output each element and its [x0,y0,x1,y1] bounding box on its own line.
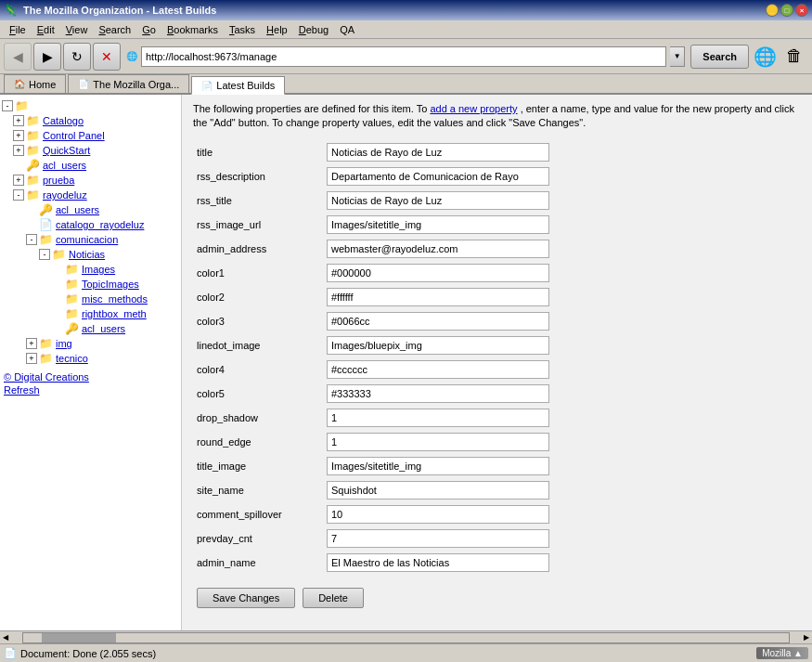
prop-name-comment_spillover: comment_spillover [193,502,323,526]
qs-label[interactable]: QuickStart [43,145,90,156]
tree-catalogo-ray[interactable]: 📄 catalogo_rayodeluz [0,217,181,232]
tec-label[interactable]: tecnico [56,353,88,364]
tree-toggle-cp[interactable]: + [13,130,24,141]
tree-rightbox[interactable]: 📁 rightbox_meth [0,306,181,321]
tree-toggle-img[interactable]: + [26,338,37,349]
tree-acl-ray[interactable]: 🔑 acl_users [0,202,181,217]
tree-images[interactable]: 📁 Images [0,262,181,277]
save-changes-button[interactable]: Save Changes [197,588,295,608]
prop-input-color2[interactable] [327,288,549,306]
minimize-button[interactable]: _ [766,4,779,17]
acl-not-label[interactable]: acl_users [82,323,125,334]
hscroll-track[interactable] [22,632,790,643]
bottom-scrollbar[interactable]: ◀ ▶ [0,630,812,643]
forward-button[interactable]: ▶ [33,43,61,71]
prueba-label[interactable]: prueba [43,175,74,186]
rightbox-label[interactable]: rightbox_meth [82,308,147,319]
tree-img[interactable]: + 📁 img [0,336,181,351]
menu-search[interactable]: Search [93,22,136,37]
scroll-left[interactable]: ◀ [0,632,11,643]
menu-help[interactable]: Help [261,22,293,37]
prop-input-prevday_cnt[interactable] [327,529,549,548]
hscroll-thumb[interactable] [42,633,116,643]
digital-creations-link[interactable]: © Digital Creations [4,371,177,383]
address-input[interactable] [141,46,666,67]
cat-ray-label[interactable]: catalogo_rayodeluz [56,219,144,230]
misc-label[interactable]: misc_methods [82,293,148,305]
prop-input-rss_image_url[interactable] [327,215,549,234]
catalogo-label[interactable]: Catalogo [43,115,84,126]
menu-file[interactable]: File [4,22,32,37]
not-label[interactable]: Noticias [69,249,105,260]
prop-input-comment_spillover[interactable] [327,505,549,524]
stop-button[interactable]: ✕ [93,43,121,71]
tree-quickstart[interactable]: + 📁 QuickStart [0,143,181,158]
menu-edit[interactable]: Edit [32,22,60,37]
menu-debug[interactable]: Debug [293,22,334,37]
cp-label[interactable]: Control Panel [43,130,105,141]
prop-input-linedot_image[interactable] [327,336,549,355]
menu-view[interactable]: View [60,22,94,37]
tree-toggle-com[interactable]: - [26,234,37,245]
tree-toggle-root[interactable]: - [2,100,13,111]
tree-acl-users-root[interactable]: 🔑 acl_users [0,158,181,173]
delete-button[interactable]: Delete [303,588,364,608]
mozilla-badge[interactable]: Mozilla ▲ [756,647,808,659]
tree-toggle-tec[interactable]: + [26,353,37,364]
back-button[interactable]: ◀ [4,43,32,71]
prop-input-color3[interactable] [327,312,549,331]
prop-name-rss_image_url: rss_image_url [193,213,323,237]
prop-input-rss_description[interactable] [327,167,549,186]
maximize-button[interactable]: □ [780,4,793,17]
prop-input-admin_name[interactable] [327,553,549,572]
tree-misc[interactable]: 📁 misc_methods [0,292,181,306]
prop-input-rss_title[interactable] [327,191,549,210]
tab-mozilla[interactable]: 📄 The Mozilla Orga... [68,74,189,93]
prop-input-admin_address[interactable] [327,240,549,258]
prop-input-round_edge[interactable] [327,433,549,451]
com-label[interactable]: comunicacion [56,234,118,245]
prop-input-site_name[interactable] [327,481,549,500]
prop-input-color1[interactable] [327,264,549,282]
close-button[interactable]: × [795,4,808,17]
prop-input-drop_shadow[interactable] [327,409,549,427]
ray-label[interactable]: rayodeluz [43,189,87,201]
tree-catalogo[interactable]: + 📁 Catalogo [0,113,181,128]
search-button[interactable]: Search [690,45,749,69]
tree-comunicacion[interactable]: - 📁 comunicacion [0,232,181,247]
refresh-link[interactable]: Refresh [4,384,177,396]
tree-toggle-not[interactable]: - [39,249,50,260]
img-label[interactable]: Images [82,264,115,275]
tab-latest-builds[interactable]: 📄 Latest Builds [191,76,285,95]
tab-home[interactable]: 🏠 Home [4,74,66,93]
menu-go[interactable]: Go [136,22,161,37]
tree-root[interactable]: - 📁 [0,98,181,113]
prop-input-title[interactable] [327,143,549,162]
tree-tecnico[interactable]: + 📁 tecnico [0,351,181,366]
tree-rayodeluz[interactable]: - 📁 rayodeluz [0,188,181,202]
prop-input-color4[interactable] [327,360,549,379]
prop-input-title_image[interactable] [327,457,549,475]
reload-button[interactable]: ↻ [63,43,91,71]
topic-label[interactable]: TopicImages [82,279,139,290]
menu-bookmarks[interactable]: Bookmarks [161,22,224,37]
acl-ray-label[interactable]: acl_users [56,204,99,215]
tree-toggle-catalogo[interactable]: + [13,115,24,126]
img2-label[interactable]: img [56,338,72,349]
menu-qa[interactable]: QA [334,22,360,37]
address-dropdown[interactable]: ▼ [670,46,685,67]
tree-toggle-prueba[interactable]: + [13,175,24,186]
tree-control-panel[interactable]: + 📁 Control Panel [0,128,181,143]
tree-acl-not[interactable]: 🔑 acl_users [0,321,181,336]
status-text: Document: Done (2.055 secs) [20,648,756,659]
menu-tasks[interactable]: Tasks [224,22,261,37]
add-new-property-link[interactable]: add a new property [430,103,517,114]
tree-toggle-qs[interactable]: + [13,145,24,156]
tree-noticias[interactable]: - 📁 Noticias [0,247,181,262]
acl-root-label[interactable]: acl_users [43,160,86,171]
scroll-right[interactable]: ▶ [801,632,812,643]
tree-prueba[interactable]: + 📁 prueba [0,173,181,188]
prop-input-color5[interactable] [327,384,549,403]
tree-toggle-ray[interactable]: - [13,189,24,201]
tree-topicimages[interactable]: 📁 TopicImages [0,277,181,292]
